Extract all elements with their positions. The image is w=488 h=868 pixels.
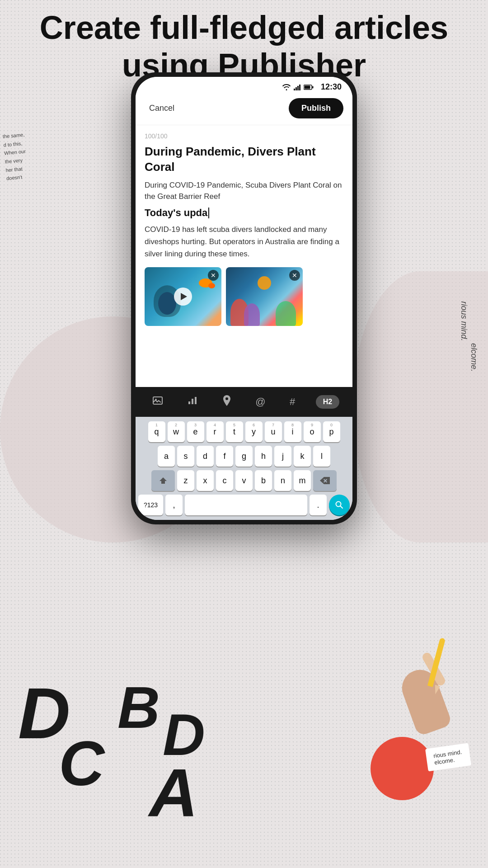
key-f[interactable]: f [216,446,233,467]
letter-C-large: C [59,727,104,800]
phone-frame: 12:30 Cancel Publish 100/100 During Pand… [131,72,357,524]
section-heading: Today's upda [145,207,343,219]
red-circle-deco [371,737,434,800]
cancel-button[interactable]: Cancel [145,101,179,116]
svg-rect-9 [188,401,190,404]
toolbar-mention-btn[interactable]: @ [252,394,269,410]
article-body: COVID-19 has left scuba divers landlocke… [145,223,343,260]
svg-rect-5 [304,85,310,89]
shift-key[interactable] [151,470,175,491]
key-e[interactable]: 3e [187,421,204,442]
key-i[interactable]: 8i [284,421,301,442]
keyboard: 1q 2w 3e 4r 5t 6y 7u 8i 9o 0p a s d f g … [136,417,352,520]
toolbar-hashtag-btn[interactable]: # [286,394,299,410]
article-title: During Pandemic, Divers Plant Coral [145,144,343,175]
spacebar-key[interactable] [185,495,307,515]
hand-illustration [384,633,465,732]
clipping-deco: rious mind.elcome. [425,743,471,772]
key-x[interactable]: x [197,470,214,491]
key-c[interactable]: c [216,470,233,491]
key-g[interactable]: g [235,446,253,467]
key-row-1: 1q 2w 3e 4r 5t 6y 7u 8i 9o 0p [138,421,350,442]
key-j[interactable]: j [274,446,291,467]
key-y[interactable]: 6y [245,421,263,442]
letter-A-large: A [149,754,198,832]
signal-icon [294,84,301,90]
svg-rect-10 [192,399,193,404]
key-q[interactable]: 1q [148,421,165,442]
publish-button[interactable]: Publish [289,98,343,118]
svg-rect-0 [294,89,295,90]
toolbar-location-btn[interactable] [219,393,235,410]
key-b[interactable]: b [255,470,272,491]
key-u[interactable]: 7u [265,421,282,442]
key-p[interactable]: 0p [323,421,340,442]
deco-right-text-2: elcome. [469,343,479,372]
key-r[interactable]: 4r [206,421,224,442]
numbers-key[interactable]: ?123 [138,495,163,515]
key-row-4: ?123 , . [138,495,350,515]
svg-rect-2 [297,86,299,90]
close-btn-2[interactable]: ✕ [289,270,300,281]
key-z[interactable]: z [177,470,194,491]
top-bar: Cancel Publish [136,94,352,125]
play-button-1[interactable] [174,288,192,306]
battery-icon [304,85,314,90]
key-l[interactable]: l [313,446,330,467]
key-d[interactable]: d [197,446,214,467]
search-key[interactable] [329,495,350,515]
key-m[interactable]: m [294,470,311,491]
toolbar-image-btn[interactable] [149,393,167,410]
image-thumb-1: ✕ [145,267,221,326]
images-row: ✕ ✕ [145,267,343,326]
backspace-key[interactable] [313,470,337,491]
key-row-3: z x c v b n m [138,470,350,491]
key-n[interactable]: n [274,470,291,491]
svg-rect-12 [162,483,164,484]
article-subtitle: During COVID-19 Pandemic, Scuba Divers P… [145,179,343,203]
status-icons [282,84,314,90]
wifi-icon [282,84,291,90]
image-thumb-2: ✕ [226,267,303,326]
key-row-2: a s d f g h j k l [138,446,350,467]
char-count: 100/100 [145,132,343,140]
key-w[interactable]: 2w [168,421,185,442]
bg-left-text: the same,d to this,When ourthe veryher t… [0,125,39,188]
status-bar: 12:30 [136,77,352,94]
content-area: 100/100 During Pandemic, Divers Plant Co… [136,125,352,387]
editor-toolbar: @ # H2 [136,387,352,417]
key-o[interactable]: 9o [304,421,321,442]
svg-rect-3 [299,85,300,90]
key-s[interactable]: s [177,446,194,467]
letter-B-large: B [117,674,160,741]
key-v[interactable]: v [235,470,253,491]
svg-rect-1 [296,87,297,90]
status-time: 12:30 [321,82,342,92]
svg-rect-6 [312,86,314,88]
toolbar-chart-btn[interactable] [183,393,202,410]
close-btn-1[interactable]: ✕ [208,270,219,281]
key-k[interactable]: k [294,446,311,467]
svg-rect-11 [195,397,197,404]
period-key[interactable]: . [310,495,327,515]
key-h[interactable]: h [255,446,272,467]
deco-right-text: rious mind. [459,301,468,341]
key-a[interactable]: a [158,446,175,467]
key-t[interactable]: 5t [226,421,243,442]
toolbar-h2-btn[interactable]: H2 [316,395,339,409]
comma-key[interactable]: , [165,495,183,515]
